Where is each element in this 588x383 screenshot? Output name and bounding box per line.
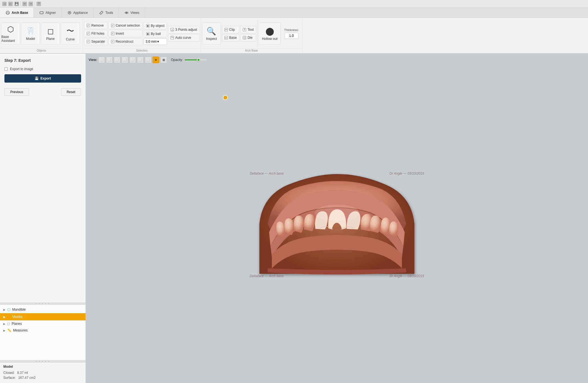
auto-curve-icon: 〜 [171, 36, 174, 39]
by-ball-button[interactable]: ◉ By ball [144, 30, 167, 37]
step-title: Step 7: Export [4, 58, 81, 63]
auto-curve-button[interactable]: 〜 Auto curve [168, 34, 200, 41]
planes-arrow-icon: ▶ [3, 322, 6, 325]
view-btn-4[interactable]: ⬜ [122, 57, 128, 63]
tab-appliance[interactable]: Appliance [62, 8, 94, 17]
separate-button[interactable]: ✓ Separate [84, 38, 107, 45]
plane-button[interactable]: ◻ Plane [41, 22, 60, 45]
thickness-input[interactable] [285, 33, 298, 39]
fill-holes-cb-icon: ✓ [87, 32, 90, 35]
window-undo-icon[interactable]: ↩ [22, 2, 27, 6]
model-panel-title: Model [3, 365, 82, 369]
invert-button[interactable]: ✓ Invert [109, 30, 143, 37]
window-redo-icon[interactable]: ↪ [29, 2, 33, 6]
inspect-label: Inspect [206, 37, 217, 41]
die-button[interactable]: ◇ Die [240, 34, 256, 41]
content-area: Step 7: Export Export to image 💾 Export … [0, 54, 588, 383]
window-save-icon[interactable]: 💾 [14, 2, 19, 6]
view-btn-6[interactable]: ⬜ [137, 57, 144, 63]
view-label: View: [89, 58, 97, 62]
mandible-model-icon: ⬡ [7, 307, 11, 312]
model-label: Model [26, 37, 35, 41]
tab-aligner-label: Aligner [45, 11, 56, 15]
view-btn-grid[interactable]: ⊞ [160, 57, 167, 63]
drag-handle-1[interactable]: • • • • • [0, 302, 86, 305]
tree-item-mandible[interactable]: ▶ ⬡ Mandible [0, 306, 86, 313]
drag-handle-2[interactable]: • • • • • [0, 360, 86, 362]
view-btn-3[interactable]: ⬜ [114, 57, 120, 63]
view-btn-5[interactable]: ⬜ [129, 57, 136, 63]
view-btn-1[interactable]: ⬜ [98, 57, 105, 63]
tab-tools[interactable]: Tools [94, 8, 119, 17]
reset-button[interactable]: Reset [61, 88, 81, 96]
arch-base-col2: ✂ Clip ▭ Base [222, 26, 239, 41]
cancel-sel-cb-icon: ✓ [111, 24, 114, 27]
selection-group-content: ✓ Remove ✓ Fill holes ✓ Separate ✓ Cance… [84, 19, 200, 48]
clip-icon: ✂ [225, 28, 228, 31]
tab-aligner[interactable]: Aligner [34, 8, 61, 17]
opacity-slider[interactable] [185, 59, 207, 60]
objects-label: Objects [1, 48, 82, 52]
view-btn-sun[interactable]: ☀ [153, 57, 159, 63]
points-adjust-button[interactable]: △ 3 Points adjust [168, 26, 200, 33]
main-toolbar: ⬡ Base Assistant 🦷 Model ◻ Plane 〜 Curve… [0, 18, 588, 54]
tab-arch-base[interactable]: Arch Base [0, 8, 34, 17]
viewport[interactable]: View: ⬜ ⬜ ⬜ ⬜ ⬜ ⬜ ⬜ ☀ ⊞ Opacity: [86, 54, 588, 383]
export-to-image-row: Export to image [4, 67, 81, 71]
remove-label: Remove [91, 24, 104, 27]
previous-button[interactable]: Previous [4, 88, 29, 96]
separate-cb-icon: ✓ [87, 40, 90, 43]
cancel-selection-label: Cancel selection [116, 24, 140, 27]
text-icon: T [243, 28, 246, 31]
hollow-out-button[interactable]: ⬤ Hollow out [259, 22, 281, 45]
base-assistant-icon: ⬡ [7, 25, 14, 34]
opacity-thumb [197, 58, 200, 62]
tab-views[interactable]: Views [119, 8, 145, 17]
fill-holes-button[interactable]: ✓ Fill holes [84, 30, 107, 37]
export-button[interactable]: 💾 Export [4, 74, 81, 83]
fill-holes-label: Fill holes [91, 32, 104, 35]
clip-button[interactable]: ✂ Clip [222, 26, 239, 33]
by-object-button[interactable]: ◉ By object [144, 22, 167, 29]
planes-model-icon: ◻ [7, 322, 10, 326]
remove-button[interactable]: ✓ Remove [84, 22, 107, 29]
sep2 [35, 2, 35, 6]
base-assistant-button[interactable]: ⬡ Base Assistant [1, 22, 20, 45]
window-forward-icon[interactable]: ▷ [8, 2, 13, 6]
model-button[interactable]: 🦷 Model [21, 22, 40, 45]
objects-group: ⬡ Base Assistant 🦷 Model ◻ Plane 〜 Curve… [0, 18, 83, 53]
plane-label: Plane [46, 37, 55, 41]
title-bar-icons: ◁ ▷ 💾 ↩ ↪ ? [2, 2, 41, 6]
tree-item-planes[interactable]: ▶ ◻ Planes [0, 320, 86, 327]
tree-item-measures[interactable]: ▶ 📏 Measures [0, 327, 86, 334]
export-to-image-label: Export to image [10, 67, 33, 71]
curve-label: Curve [66, 37, 75, 41]
die-icon: ◇ [243, 36, 246, 39]
inspect-button[interactable]: 🔍 Inspect [202, 22, 221, 45]
hollow-out-icon: ⬤ [265, 27, 274, 36]
maxilla-model-icon: ⬡ [7, 315, 11, 319]
curve-icon: 〜 [66, 26, 74, 36]
3d-model-frame: Deltaface — Arch base Dr Angle — 03/10/2… [246, 168, 428, 279]
clip-label: Clip [229, 28, 235, 32]
base-button[interactable]: ▭ Base [222, 34, 239, 41]
window-help-icon[interactable]: ? [37, 2, 41, 6]
arch-base-col3: T Text ◇ Die [240, 26, 256, 41]
base-label: Base [229, 36, 237, 40]
model-closed-value: 8.37 ml [17, 371, 28, 375]
by-ball-label: By ball [151, 32, 161, 36]
text-button[interactable]: T Text [240, 26, 256, 33]
cancel-selection-button[interactable]: ✓ Cancel selection [109, 22, 143, 29]
export-to-image-checkbox[interactable] [4, 67, 8, 71]
step-panel: Step 7: Export Export to image 💾 Export … [0, 54, 86, 302]
svg-text:Dr Angle — 03/10/2019: Dr Angle — 03/10/2019 [390, 274, 424, 278]
mandible-arrow-icon: ▶ [3, 308, 6, 311]
tree-item-maxilla[interactable]: ▶ ⬡ Maxilla [0, 313, 86, 320]
view-btn-7[interactable]: ⬜ [145, 57, 151, 63]
3d-model-container: Deltaface — Arch base Dr Angle — 03/10/2… [246, 168, 428, 279]
reconstruct-button[interactable]: ✓ Reconstruct [109, 38, 143, 45]
curve-button[interactable]: 〜 Curve [61, 22, 80, 45]
view-btn-2[interactable]: ⬜ [106, 57, 113, 63]
window-back-icon[interactable]: ◁ [2, 2, 7, 6]
mm-dropdown[interactable]: 3.0 mm ▾ [144, 38, 167, 45]
